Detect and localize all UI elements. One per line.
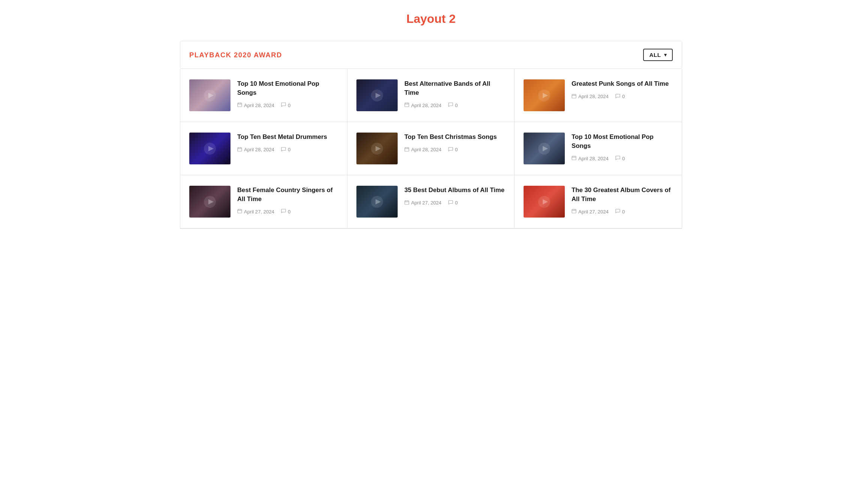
meta-date: April 28, 2024 — [404, 102, 441, 108]
meta-date: April 28, 2024 — [572, 94, 609, 100]
svg-rect-8 — [405, 103, 409, 107]
meta-comments: 0 — [448, 102, 458, 108]
chevron-down-icon: ▾ — [664, 52, 667, 58]
list-item[interactable]: Greatest Punk Songs of All Time April 28… — [515, 69, 682, 122]
page-header: Layout 2 — [0, 0, 862, 41]
comment-icon — [615, 209, 620, 215]
calendar-icon — [237, 102, 242, 108]
meta-date: April 28, 2024 — [237, 147, 274, 153]
comments-count: 0 — [622, 209, 625, 215]
filter-dropdown[interactable]: ALL ▾ — [643, 49, 673, 61]
card-meta: April 27, 2024 0 — [572, 209, 673, 215]
meta-date: April 28, 2024 — [572, 155, 609, 161]
card-info: Best Female Country Singers of All Time … — [237, 186, 338, 215]
calendar-icon — [572, 155, 576, 161]
comment-icon — [448, 102, 453, 108]
card-title: Top Ten Best Christmas Songs — [404, 133, 505, 142]
comment-icon — [615, 94, 620, 100]
section-title: PLAYBACK 2020 AWARD — [189, 51, 282, 59]
card-meta: April 28, 2024 0 — [572, 155, 673, 161]
card-info: Top Ten Best Metal Drummers April 28, 20… — [237, 133, 338, 153]
comments-count: 0 — [455, 147, 458, 152]
comment-icon — [448, 147, 453, 153]
meta-comments: 0 — [615, 94, 625, 100]
comments-count: 0 — [455, 200, 458, 206]
list-item[interactable]: Top Ten Best Christmas Songs April 28, 2… — [347, 122, 515, 175]
meta-date: April 27, 2024 — [237, 209, 274, 215]
card-info: Top Ten Best Christmas Songs April 28, 2… — [404, 133, 505, 153]
card-thumbnail — [189, 133, 230, 164]
card-meta: April 27, 2024 0 — [237, 209, 338, 215]
calendar-icon — [572, 94, 576, 100]
list-item[interactable]: Top 10 Most Emotional Pop Songs April 28… — [515, 122, 682, 175]
date-text: April 27, 2024 — [411, 200, 441, 206]
meta-comments: 0 — [615, 209, 625, 215]
card-info: 35 Best Debut Albums of All Time April 2… — [404, 186, 505, 206]
card-meta: April 28, 2024 0 — [237, 102, 338, 108]
date-text: April 28, 2024 — [244, 147, 274, 152]
svg-rect-38 — [238, 209, 242, 213]
meta-date: April 27, 2024 — [404, 200, 441, 206]
comments-count: 0 — [288, 209, 290, 215]
comment-icon — [448, 200, 453, 206]
calendar-icon — [572, 209, 576, 215]
list-item[interactable]: Top 10 Most Emotional Pop Songs April 28… — [180, 69, 347, 122]
svg-rect-20 — [238, 148, 242, 151]
meta-comments: 0 — [448, 200, 458, 206]
date-text: April 28, 2024 — [244, 103, 274, 108]
calendar-icon — [404, 147, 409, 153]
list-item[interactable]: 35 Best Debut Albums of All Time April 2… — [347, 175, 515, 228]
card-meta: April 28, 2024 0 — [572, 94, 673, 100]
comment-icon — [281, 147, 286, 153]
card-meta: April 28, 2024 0 — [237, 147, 338, 153]
calendar-icon — [237, 147, 242, 153]
comments-count: 0 — [622, 94, 625, 99]
card-info: Top 10 Most Emotional Pop Songs April 28… — [237, 79, 338, 108]
filter-label: ALL — [649, 52, 661, 58]
comment-icon — [281, 209, 286, 215]
comment-icon — [281, 102, 286, 108]
svg-rect-14 — [572, 94, 576, 98]
meta-date: April 28, 2024 — [237, 102, 274, 108]
card-title: Greatest Punk Songs of All Time — [572, 79, 673, 88]
date-text: April 28, 2024 — [578, 94, 609, 99]
comments-count: 0 — [288, 103, 290, 108]
calendar-icon — [404, 102, 409, 108]
list-item[interactable]: Top Ten Best Metal Drummers April 28, 20… — [180, 122, 347, 175]
svg-rect-26 — [405, 148, 409, 151]
svg-rect-2 — [238, 103, 242, 107]
card-thumbnail — [189, 79, 230, 111]
meta-date: April 27, 2024 — [572, 209, 609, 215]
calendar-icon — [237, 209, 242, 215]
section-header: PLAYBACK 2020 AWARD ALL ▾ — [180, 41, 682, 69]
comments-count: 0 — [288, 147, 290, 152]
svg-rect-50 — [572, 209, 576, 213]
card-title: Top Ten Best Metal Drummers — [237, 133, 338, 142]
card-title: Top 10 Most Emotional Pop Songs — [237, 79, 338, 97]
meta-comments: 0 — [281, 209, 290, 215]
card-title: Top 10 Most Emotional Pop Songs — [572, 133, 673, 150]
card-thumbnail — [356, 186, 398, 218]
list-item[interactable]: The 30 Greatest Album Covers of All Time… — [515, 175, 682, 228]
card-thumbnail — [356, 133, 398, 164]
meta-comments: 0 — [615, 155, 625, 161]
comments-count: 0 — [455, 103, 458, 108]
list-item[interactable]: Best Alternative Bands of All Time April… — [347, 69, 515, 122]
date-text: April 27, 2024 — [244, 209, 274, 215]
svg-rect-32 — [572, 156, 576, 160]
meta-comments: 0 — [448, 147, 458, 153]
card-thumbnail — [524, 186, 565, 218]
calendar-icon — [404, 200, 409, 206]
card-title: The 30 Greatest Album Covers of All Time — [572, 186, 673, 203]
svg-rect-44 — [405, 201, 409, 204]
card-meta: April 28, 2024 0 — [404, 147, 505, 153]
comment-icon — [615, 155, 620, 161]
meta-date: April 28, 2024 — [404, 147, 441, 153]
date-text: April 28, 2024 — [411, 103, 441, 108]
date-text: April 27, 2024 — [578, 209, 609, 215]
card-meta: April 27, 2024 0 — [404, 200, 505, 206]
list-item[interactable]: Best Female Country Singers of All Time … — [180, 175, 347, 228]
card-thumbnail — [524, 133, 565, 164]
card-title: 35 Best Debut Albums of All Time — [404, 186, 505, 195]
card-meta: April 28, 2024 0 — [404, 102, 505, 108]
